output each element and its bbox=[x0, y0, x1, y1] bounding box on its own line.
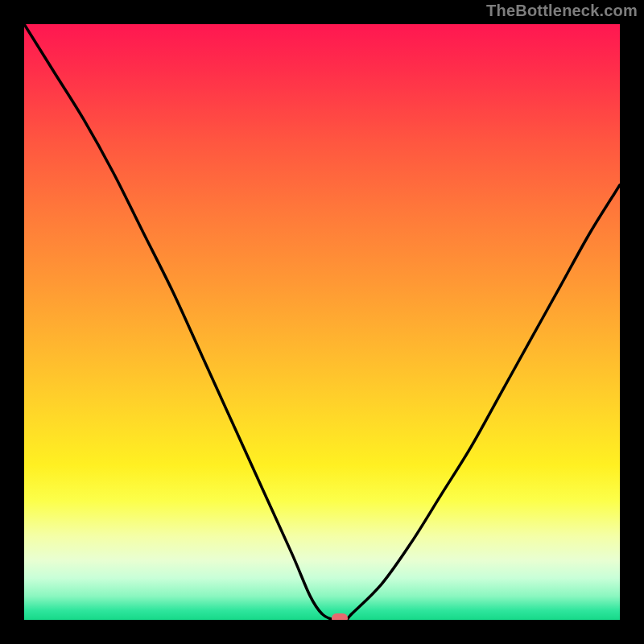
curve-path bbox=[24, 24, 620, 620]
chart-frame: TheBottleneck.com bbox=[0, 0, 644, 644]
optimum-marker bbox=[332, 613, 348, 620]
watermark-text: TheBottleneck.com bbox=[486, 2, 638, 20]
bottleneck-curve bbox=[24, 24, 620, 620]
plot-area bbox=[24, 24, 620, 620]
